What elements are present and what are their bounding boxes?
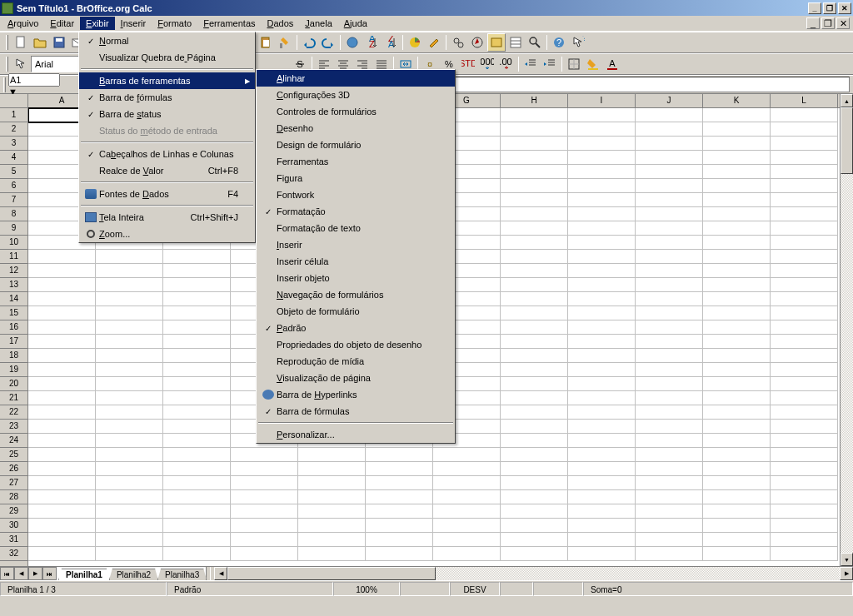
cell[interactable] <box>501 207 568 221</box>
cell[interactable] <box>636 504 703 519</box>
menu-dados[interactable]: Dados <box>262 17 300 30</box>
cell[interactable] <box>568 179 636 193</box>
row-header-4[interactable]: 4 <box>0 151 27 165</box>
close-button[interactable]: ✕ <box>838 2 851 14</box>
menu-item[interactable]: Propriedades do objeto de desenho <box>257 336 455 353</box>
row-header-14[interactable]: 14 <box>0 292 27 306</box>
cell[interactable] <box>433 462 501 476</box>
row-header-15[interactable]: 15 <box>0 306 27 320</box>
cell[interactable] <box>771 377 838 391</box>
cell[interactable] <box>96 292 163 306</box>
cell[interactable] <box>96 420 163 434</box>
tab-next-button[interactable]: ▶ <box>28 567 42 580</box>
row-header-31[interactable]: 31 <box>0 533 27 547</box>
cell[interactable] <box>568 533 636 547</box>
row-header-11[interactable]: 11 <box>0 250 27 264</box>
menu-item[interactable]: ✓Barra de status <box>79 106 255 122</box>
cell[interactable] <box>568 193 636 207</box>
row-header-5[interactable]: 5 <box>0 165 27 179</box>
row-header-17[interactable]: 17 <box>0 335 27 349</box>
cell[interactable] <box>636 349 703 363</box>
cell[interactable] <box>636 405 703 420</box>
select-all-corner[interactable] <box>0 94 27 108</box>
cell[interactable] <box>501 320 568 335</box>
vertical-scrollbar[interactable]: ▲ ▼ <box>840 94 853 566</box>
cell[interactable] <box>298 490 366 504</box>
cell[interactable] <box>771 193 838 207</box>
cell[interactable] <box>568 547 636 561</box>
standard-format-button[interactable]: STD <box>459 55 477 73</box>
cell[interactable] <box>771 533 838 547</box>
sort-asc-button[interactable]: AZ <box>362 33 381 52</box>
cell[interactable] <box>636 448 703 462</box>
cell[interactable] <box>568 250 636 264</box>
cell[interactable] <box>501 448 568 462</box>
cell[interactable] <box>771 151 838 165</box>
cell[interactable] <box>163 264 231 278</box>
cell[interactable] <box>501 363 568 377</box>
menu-arquivo[interactable]: Arquivo <box>2 17 44 30</box>
cell[interactable] <box>568 420 636 434</box>
cell[interactable] <box>501 122 568 137</box>
cell[interactable] <box>568 377 636 391</box>
row-header-24[interactable]: 24 <box>0 434 27 448</box>
cell[interactable] <box>771 519 838 533</box>
cell[interactable] <box>96 405 163 420</box>
zoom-button[interactable] <box>526 33 544 52</box>
hyperlink-button[interactable] <box>343 33 362 52</box>
cell[interactable] <box>366 490 433 504</box>
cell[interactable] <box>636 122 703 137</box>
cell[interactable] <box>366 504 433 519</box>
cell[interactable] <box>771 434 838 448</box>
cell[interactable] <box>568 207 636 221</box>
cell[interactable] <box>366 519 433 533</box>
cell[interactable] <box>163 434 231 448</box>
cell[interactable] <box>771 122 838 137</box>
menu-formato[interactable]: Formato <box>152 17 197 30</box>
cell[interactable] <box>231 504 298 519</box>
delete-decimal-button[interactable]: .00 <box>497 55 516 73</box>
cell[interactable] <box>771 306 838 320</box>
cell[interactable] <box>568 122 636 137</box>
undo-button[interactable] <box>300 33 318 52</box>
cell[interactable] <box>568 165 636 179</box>
scroll-thumb[interactable] <box>227 567 436 580</box>
cell[interactable] <box>703 250 771 264</box>
cell[interactable] <box>28 490 96 504</box>
sum-panel[interactable]: Soma=0 <box>583 582 853 596</box>
cell[interactable] <box>636 306 703 320</box>
scroll-down-button[interactable]: ▼ <box>841 553 853 566</box>
cell[interactable] <box>28 264 96 278</box>
cell[interactable] <box>231 533 298 547</box>
data-sources-button[interactable] <box>506 33 525 52</box>
cell[interactable] <box>771 420 838 434</box>
sheet-tab[interactable]: Planilha2 <box>109 569 158 580</box>
cell[interactable] <box>636 221 703 236</box>
row-header-27[interactable]: 27 <box>0 476 27 490</box>
menu-item[interactable]: Barras de ferramentas▶ <box>79 72 255 89</box>
cell[interactable] <box>163 320 231 335</box>
cell[interactable] <box>163 292 231 306</box>
cell[interactable] <box>636 278 703 292</box>
cell[interactable] <box>568 335 636 349</box>
cell[interactable] <box>501 420 568 434</box>
cell[interactable] <box>636 165 703 179</box>
menu-item[interactable]: Reprodução de mídia <box>257 353 455 370</box>
cell[interactable] <box>636 137 703 151</box>
row-header-20[interactable]: 20 <box>0 377 27 391</box>
scroll-left-button[interactable]: ◀ <box>214 567 227 580</box>
cell[interactable] <box>28 320 96 335</box>
cell[interactable] <box>163 420 231 434</box>
cell[interactable] <box>703 165 771 179</box>
cell[interactable] <box>163 462 231 476</box>
cell[interactable] <box>163 533 231 547</box>
cell[interactable] <box>636 193 703 207</box>
cell[interactable] <box>771 547 838 561</box>
menu-item[interactable]: Visualização de página <box>257 370 455 386</box>
menu-item[interactable]: Inserir <box>257 236 455 253</box>
selection-mode-panel[interactable]: DESV <box>450 582 500 596</box>
cell[interactable] <box>163 363 231 377</box>
cell[interactable] <box>636 292 703 306</box>
cell[interactable] <box>703 405 771 420</box>
row-header-10[interactable]: 10 <box>0 236 27 250</box>
